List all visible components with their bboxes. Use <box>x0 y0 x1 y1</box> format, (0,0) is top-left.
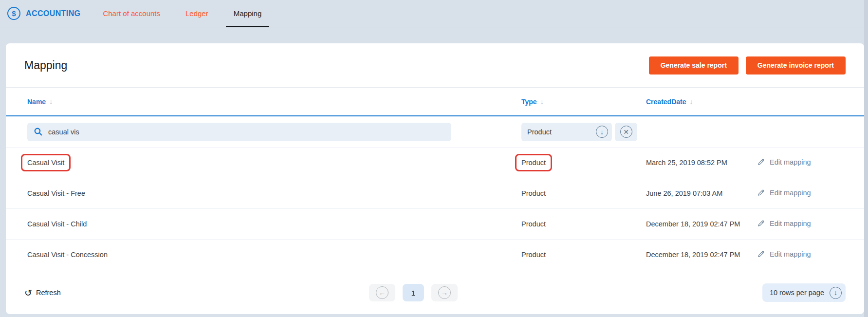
chevron-down-icon[interactable]: ↓ <box>596 126 608 138</box>
table-header-row: Name ↓ Type ↓ CreatedDate ↓ <box>6 88 864 116</box>
edit-mapping-link[interactable]: Edit mapping <box>757 250 811 258</box>
type-cell: Product <box>521 159 646 167</box>
close-icon: ✕ <box>620 126 632 138</box>
type-filter-dropdown[interactable]: Product ↓ <box>521 123 612 141</box>
created-date-cell: December 18, 2019 02:47 PM <box>646 220 757 228</box>
refresh-icon: ↺ <box>24 288 32 298</box>
page-number-button[interactable]: 1 <box>403 284 424 301</box>
edit-mapping-label: Edit mapping <box>770 158 811 166</box>
column-header-name-label: Name <box>27 98 46 106</box>
name-search-box[interactable] <box>27 123 451 141</box>
edit-mapping-link[interactable]: Edit mapping <box>757 188 811 197</box>
column-header-type-label: Type <box>521 98 537 106</box>
nav-tabs: Chart of accounts Ledger Mapping <box>90 0 274 27</box>
refresh-button[interactable]: ↺ Refresh <box>24 288 61 298</box>
table-row[interactable]: Casual Visit Product March 25, 2019 08:5… <box>6 148 864 178</box>
edit-mapping-link[interactable]: Edit mapping <box>757 219 811 227</box>
column-header-name[interactable]: Name ↓ <box>24 98 521 106</box>
filter-row: Product ↓ ✕ <box>6 116 864 148</box>
edit-mapping-link[interactable]: Edit mapping <box>757 158 811 166</box>
type-filter: Product ↓ ✕ <box>521 123 646 141</box>
pencil-icon <box>757 250 765 258</box>
table-row[interactable]: Casual Visit - Free Product June 26, 201… <box>6 178 864 209</box>
table-row[interactable]: Casual Visit - Child Product December 18… <box>6 209 864 240</box>
red-annotation-box: Casual Visit <box>21 154 71 171</box>
name-cell: Casual Visit <box>24 159 521 167</box>
vertical-scrollbar[interactable] <box>864 0 868 317</box>
name-cell: Casual Visit - Free <box>24 189 521 197</box>
card-header: Mapping Generate sale report Generate in… <box>6 43 864 88</box>
mapping-card: Mapping Generate sale report Generate in… <box>6 43 864 314</box>
next-page-button[interactable]: → <box>431 284 458 301</box>
table-row[interactable]: Casual Visit - Concession Product Decemb… <box>6 240 864 270</box>
row-type-value: Product <box>521 159 546 167</box>
created-date-cell: June 26, 2019 07:03 AM <box>646 189 757 197</box>
pagination: ← 1 → <box>369 284 458 301</box>
created-date-cell: March 25, 2019 08:52 PM <box>646 159 757 167</box>
name-search-input[interactable] <box>48 128 445 136</box>
top-navigation: $ ACCOUNTING Chart of accounts Ledger Ma… <box>0 0 868 27</box>
rows-per-page-dropdown[interactable]: 10 rows per page ↓ <box>762 283 846 302</box>
generate-invoice-report-button[interactable]: Generate invoice report <box>746 56 846 75</box>
pencil-icon <box>757 188 765 197</box>
chevron-down-icon: ↓ <box>830 287 842 299</box>
app-title: ACCOUNTING <box>26 9 80 18</box>
sort-down-icon[interactable]: ↓ <box>49 98 53 106</box>
pencil-icon <box>757 158 765 166</box>
type-filter-selected-value: Product <box>527 128 552 136</box>
tab-mapping[interactable]: Mapping <box>221 0 275 27</box>
name-cell: Casual Visit - Concession <box>24 251 521 259</box>
arrow-right-icon: → <box>438 286 451 299</box>
tab-chart-of-accounts[interactable]: Chart of accounts <box>90 0 173 27</box>
column-header-createddate-label: CreatedDate <box>646 98 686 106</box>
clear-type-filter-button[interactable]: ✕ <box>615 123 637 141</box>
type-cell: Product <box>521 251 646 259</box>
page-title: Mapping <box>24 59 67 72</box>
edit-mapping-label: Edit mapping <box>770 189 811 197</box>
edit-mapping-label: Edit mapping <box>770 250 811 258</box>
name-cell: Casual Visit - Child <box>24 220 521 228</box>
rows-per-page-label: 10 rows per page <box>770 289 824 297</box>
tab-ledger[interactable]: Ledger <box>173 0 221 27</box>
type-cell: Product <box>521 220 646 228</box>
sort-down-icon[interactable]: ↓ <box>689 98 693 106</box>
column-header-createddate[interactable]: CreatedDate ↓ <box>646 98 757 106</box>
dollar-glyph: $ <box>12 9 16 18</box>
arrow-left-icon: ← <box>376 286 388 299</box>
red-annotation-box: Product <box>515 154 552 171</box>
type-cell: Product <box>521 189 646 197</box>
sort-down-icon[interactable]: ↓ <box>540 98 544 106</box>
created-date-cell: December 18, 2019 02:47 PM <box>646 251 757 259</box>
table-footer: ↺ Refresh ← 1 → 10 rows per page ↓ <box>6 271 864 314</box>
search-icon <box>34 127 43 136</box>
refresh-label: Refresh <box>36 289 61 297</box>
pencil-icon <box>757 219 765 227</box>
generate-sale-report-button[interactable]: Generate sale report <box>649 56 739 75</box>
column-header-type[interactable]: Type ↓ <box>521 98 646 106</box>
edit-mapping-label: Edit mapping <box>770 220 811 227</box>
previous-page-button[interactable]: ← <box>369 284 395 301</box>
row-name-value: Casual Visit <box>27 159 64 167</box>
dollar-logo-icon: $ <box>7 7 20 20</box>
report-buttons: Generate sale report Generate invoice re… <box>649 56 846 75</box>
